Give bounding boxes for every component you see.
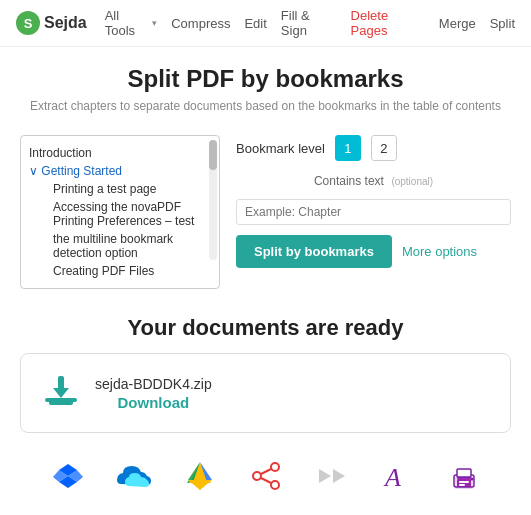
bookmark-item-printing: Printing a test page <box>29 180 211 198</box>
page-title: Split PDF by bookmarks <box>20 65 511 93</box>
svg-line-22 <box>261 469 271 474</box>
download-link[interactable]: Download <box>95 394 212 411</box>
download-icon <box>41 370 81 416</box>
svg-point-21 <box>271 481 279 489</box>
bookmark-tree-panel: Introduction ∨ Getting Started Printing … <box>20 135 220 289</box>
main-content: Introduction ∨ Getting Started Printing … <box>0 125 531 299</box>
ready-section: Your documents are ready sejda-BDDDK4.zi… <box>0 299 531 509</box>
gdrive-button[interactable] <box>181 457 219 495</box>
contains-text-label: Contains text <box>314 174 384 188</box>
bookmark-level-row: Bookmark level 1 2 <box>236 135 511 161</box>
bookmark-item-creating: Creating PDF Files <box>29 262 211 280</box>
nav-merge[interactable]: Merge <box>439 16 476 31</box>
level-2-button[interactable]: 2 <box>371 135 397 161</box>
hero-subtitle: Extract chapters to separate documents b… <box>20 99 511 113</box>
scroll-indicator[interactable] <box>209 140 217 260</box>
nav-all-tools[interactable]: All Tools ▾ <box>105 8 158 38</box>
nav-delete-pages[interactable]: Delete Pages <box>351 8 425 38</box>
nav-fill-sign[interactable]: Fill & Sign <box>281 8 337 38</box>
services-row: A <box>20 449 511 499</box>
download-card: sejda-BDDDK4.zip Download <box>20 353 511 433</box>
bookmark-item-getting-started: ∨ Getting Started <box>29 162 211 180</box>
logo[interactable]: S Sejda <box>16 11 87 35</box>
svg-text:A: A <box>383 463 401 492</box>
svg-point-20 <box>253 472 261 480</box>
contains-text-input[interactable] <box>236 199 511 225</box>
svg-marker-24 <box>319 469 331 483</box>
download-info: sejda-BDDDK4.zip Download <box>95 376 212 411</box>
hero-section: Split PDF by bookmarks Extract chapters … <box>0 47 531 125</box>
app-name: Sejda <box>44 14 87 32</box>
chevron-down-icon: ▾ <box>152 18 157 28</box>
nav: All Tools ▾ Compress Edit Fill & Sign De… <box>105 8 515 38</box>
contains-text-section: Contains text (optional) <box>236 171 511 189</box>
svg-marker-3 <box>53 388 69 398</box>
svg-rect-33 <box>459 484 465 486</box>
ready-title: Your documents are ready <box>20 315 511 341</box>
controls-panel: Bookmark level 1 2 Contains text (option… <box>236 135 511 268</box>
optional-label: (optional) <box>391 176 433 187</box>
action-row: Split by bookmarks More options <box>236 235 511 268</box>
svg-marker-25 <box>333 469 345 483</box>
svg-marker-18 <box>188 480 212 490</box>
svg-rect-31 <box>457 469 471 477</box>
bookmark-item-multiline: the multiline bookmark detection option <box>29 230 211 262</box>
download-filename: sejda-BDDDK4.zip <box>95 376 212 392</box>
nav-compress[interactable]: Compress <box>171 16 230 31</box>
dropbox-button[interactable] <box>49 457 87 495</box>
more-options-button[interactable]: More options <box>402 244 477 259</box>
split-by-bookmarks-button[interactable]: Split by bookmarks <box>236 235 392 268</box>
forward-button[interactable] <box>313 457 351 495</box>
level-1-button[interactable]: 1 <box>335 135 361 161</box>
svg-point-34 <box>470 478 473 481</box>
svg-rect-32 <box>459 481 469 483</box>
nav-edit[interactable]: Edit <box>244 16 266 31</box>
font-button[interactable]: A <box>379 457 417 495</box>
svg-rect-1 <box>49 400 73 405</box>
share-button[interactable] <box>247 457 285 495</box>
onedrive-button[interactable] <box>115 457 153 495</box>
bookmark-level-label: Bookmark level <box>236 141 325 156</box>
svg-point-19 <box>271 463 279 471</box>
nav-split[interactable]: Split <box>490 16 515 31</box>
header: S Sejda All Tools ▾ Compress Edit Fill &… <box>0 0 531 47</box>
scroll-thumb <box>209 140 217 170</box>
logo-icon: S <box>16 11 40 35</box>
print-button[interactable] <box>445 457 483 495</box>
bookmark-item-introduction: Introduction <box>29 144 211 162</box>
bookmark-item-accessing: Accessing the novaPDF Printing Preferenc… <box>29 198 211 230</box>
svg-line-23 <box>261 478 271 483</box>
